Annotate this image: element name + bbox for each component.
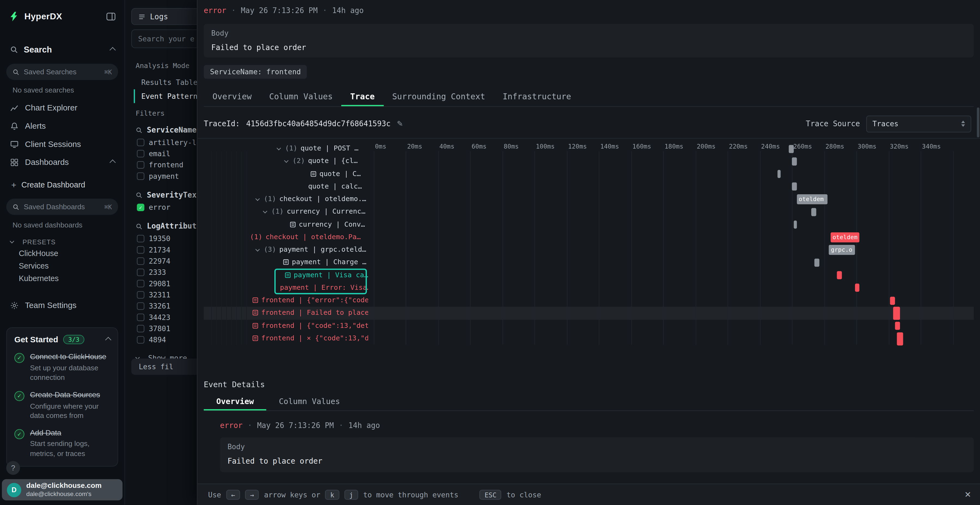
checkbox[interactable]	[137, 235, 145, 243]
span-bar[interactable]	[815, 259, 819, 267]
right-arrow-key[interactable]: →	[245, 489, 259, 500]
get-started-item[interactable]: ✓Connect to ClickHouseSet up your databa…	[14, 353, 110, 382]
span-bar[interactable]	[897, 332, 903, 345]
span-bar[interactable]: oteldem	[797, 194, 827, 204]
saved-searches-input[interactable]: Saved Searches ⌘K	[6, 64, 118, 80]
trace-span-row[interactable]: (1)checkout | oteldemo.Pa…oteldem	[204, 231, 974, 243]
sidebar-collapse-icon[interactable]	[106, 12, 115, 21]
hyperdx-logo-icon	[9, 11, 19, 22]
tab-overview[interactable]: Overview	[204, 87, 260, 106]
tab-column-values[interactable]: Column Values	[261, 87, 342, 106]
span-bar[interactable]	[811, 208, 816, 216]
get-started-item[interactable]: ✓Create Data SourcesConfigure where your…	[14, 391, 110, 420]
get-started-item[interactable]: ✓Add DataStart sending logs, metrics, or…	[14, 429, 110, 459]
checkbox[interactable]	[137, 246, 145, 254]
chevron-down-icon[interactable]	[263, 209, 267, 214]
span-bar[interactable]	[794, 221, 797, 229]
sidebar-item-team-settings[interactable]: Team Settings	[0, 296, 124, 314]
source-selector-button[interactable]: Logs	[131, 8, 200, 25]
span-bar[interactable]	[789, 145, 794, 153]
close-icon[interactable]: ✕	[964, 490, 971, 499]
k-key[interactable]: k	[325, 489, 339, 500]
span-bar[interactable]	[895, 322, 900, 330]
checkbox[interactable]	[137, 257, 145, 265]
tab-trace[interactable]: Trace	[341, 87, 383, 106]
create-dashboard-button[interactable]: + Create Dashboard	[0, 176, 124, 194]
checkbox[interactable]	[137, 291, 145, 299]
app-logo[interactable]: HyperDX	[9, 11, 62, 22]
trace-span-row[interactable]: frontend | {"error":{"code…	[204, 294, 974, 306]
help-button[interactable]: ?	[6, 461, 20, 475]
ed-tab-column-values[interactable]: Column Values	[267, 394, 353, 410]
checkbox[interactable]	[137, 139, 145, 146]
span-label-cell: frontend | Failed to place…	[204, 307, 368, 319]
trace-source-select[interactable]: Traces	[866, 115, 971, 132]
chevron-down-icon[interactable]	[255, 197, 260, 201]
span-bar[interactable]	[837, 271, 842, 279]
chevron-down-icon[interactable]	[284, 159, 288, 163]
checkbox[interactable]	[137, 150, 145, 157]
checkbox[interactable]	[137, 336, 145, 344]
sidebar-item-clickhouse[interactable]: ClickHouse	[0, 247, 124, 260]
chevron-up-icon[interactable]	[110, 47, 116, 53]
sidebar-item-kubernetes[interactable]: Kubernetes	[0, 272, 124, 285]
span-bar[interactable]: oteldem	[830, 232, 859, 243]
tab-surrounding-context[interactable]: Surrounding Context	[383, 87, 494, 106]
sidebar-item-chart-explorer[interactable]: Chart Explorer	[0, 99, 124, 117]
chevron-up-icon[interactable]	[110, 159, 116, 166]
chevron-up-icon[interactable]	[105, 337, 111, 343]
checkbox[interactable]	[137, 173, 145, 180]
left-arrow-key[interactable]: ←	[226, 489, 240, 500]
get-started-header[interactable]: Get Started 3/3	[14, 335, 110, 344]
edit-icon[interactable]: ✎	[397, 119, 403, 128]
trace-span-row[interactable]: (3)payment | grpc.oteld…grpc.o	[204, 243, 974, 256]
span-bar[interactable]: grpc.o	[829, 245, 855, 255]
span-bar[interactable]	[778, 170, 781, 178]
checkbox[interactable]	[137, 280, 145, 287]
checkbox[interactable]: ✓	[137, 203, 145, 211]
trace-span-row[interactable]: (1)currency | Currenc…	[204, 206, 974, 218]
checkbox[interactable]	[137, 314, 145, 321]
sidebar-item-dashboards[interactable]: Dashboards	[0, 153, 124, 171]
j-key[interactable]: j	[344, 489, 358, 500]
sidebar-item-alerts[interactable]: Alerts	[0, 117, 124, 135]
event-relative-time: 14h ago	[332, 6, 364, 15]
ed-tab-overview[interactable]: Overview	[204, 394, 266, 410]
span-bar[interactable]	[855, 284, 860, 292]
trace-span-row[interactable]: quote | calc…	[204, 180, 974, 193]
presets-header[interactable]: PRESETS	[0, 236, 124, 247]
trace-span-row[interactable]: currency | Conv…	[204, 218, 974, 231]
span-bar[interactable]	[893, 307, 900, 320]
checkbox[interactable]	[137, 161, 145, 169]
less-filters-button[interactable]: Less fil	[131, 359, 206, 375]
saved-dashboards-input[interactable]: Saved Dashboards ⌘K	[6, 199, 118, 215]
trace-span-row[interactable]: (2)quote | {cl…	[204, 155, 974, 168]
sidebar-item-services[interactable]: Services	[0, 260, 124, 272]
user-menu[interactable]: D dale@clickhouse.com dale@clickhouse.co…	[2, 479, 123, 500]
search-icon	[13, 68, 19, 75]
checkbox[interactable]	[137, 302, 145, 310]
chevron-down-icon[interactable]	[277, 146, 281, 150]
search-section-header[interactable]: Search	[0, 40, 124, 59]
trace-span-row[interactable]: (1)quote | POST …	[204, 142, 974, 155]
trace-span-row[interactable]: (1)checkout | oteldemo.…oteldem	[204, 193, 974, 205]
trace-span-row[interactable]: frontend | {"code":13,"det…	[204, 319, 974, 332]
filter-option-label: 32311	[149, 291, 170, 299]
sidebar-item-client-sessions[interactable]: Client Sessions	[0, 135, 124, 153]
get-started-item-desc: Configure where your data comes from	[30, 401, 110, 420]
scrollbar-thumb[interactable]	[977, 108, 980, 137]
trace-span-row[interactable]: frontend | Failed to place…	[204, 307, 974, 319]
trace-span-row[interactable]: frontend | × {"code":13,"d…	[204, 332, 974, 345]
checkbox[interactable]	[137, 268, 145, 276]
trace-span-row[interactable]: payment | Charge …	[204, 256, 974, 269]
checkbox[interactable]	[137, 325, 145, 332]
esc-key[interactable]: ESC	[480, 489, 501, 500]
check-circle-icon: ✓	[14, 353, 24, 363]
span-bar[interactable]	[792, 157, 797, 165]
service-name-tag[interactable]: ServiceName: frontend	[204, 65, 307, 79]
chevron-down-icon[interactable]	[255, 247, 260, 251]
span-bar[interactable]	[890, 296, 895, 305]
trace-span-row[interactable]: quote | C…	[204, 168, 974, 180]
tab-infrastructure[interactable]: Infrastructure	[494, 87, 580, 106]
span-bar[interactable]	[792, 183, 797, 191]
